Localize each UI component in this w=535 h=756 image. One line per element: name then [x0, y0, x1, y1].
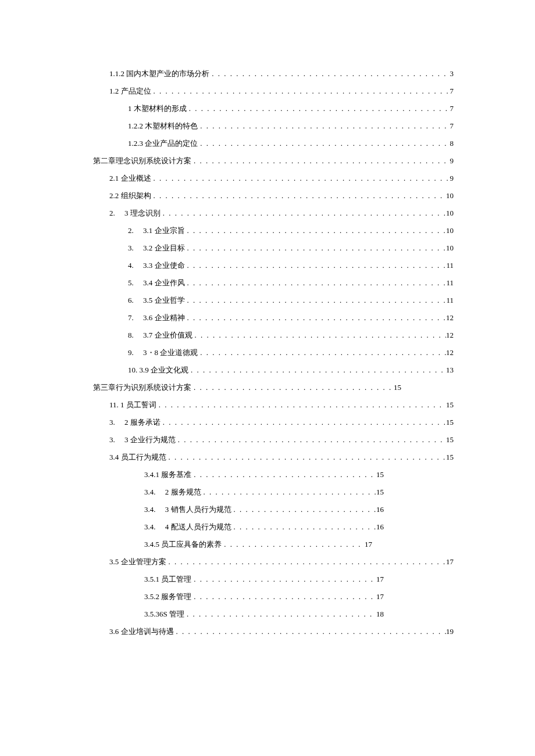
toc-label: 11. 1 员工誓词 — [109, 401, 156, 409]
toc-page-number: 15 — [446, 401, 454, 409]
toc-label: 3.6 企业培训与待遇 — [109, 628, 174, 635]
toc-label: 9. 3・8 企业道德观 — [128, 349, 198, 356]
toc-page-number: 15 — [376, 488, 384, 496]
toc-entry: 2.1 企业概述9 — [93, 174, 454, 182]
toc-leader — [198, 122, 450, 130]
toc-page-number: 7 — [450, 87, 454, 95]
toc-leader — [231, 506, 377, 513]
toc-label: 7. 3.6 企业精神 — [128, 314, 185, 321]
toc-page-number: 16 — [376, 523, 384, 531]
toc-label: 5. 3.4 企业作风 — [128, 279, 185, 286]
toc-label: 1.2 产品定位 — [109, 87, 151, 95]
toc-entry: 3.5.1 员工管理17 — [93, 575, 384, 583]
toc-leader — [185, 314, 447, 321]
toc-entry: 3.5.36S 管理18 — [93, 610, 384, 618]
toc-page-number: 17 — [376, 593, 384, 600]
toc-entry: 1 木塑材料的形成7 — [93, 105, 454, 112]
toc-entry: 3.4. 3 销售人员行为规范16 — [93, 506, 384, 513]
toc-container: 1.1.2 国内木塑产业的市场分析31.2 产品定位71 木塑材料的形成71.2… — [93, 70, 454, 645]
toc-label: 3. 3 企业行为规范 — [109, 436, 176, 443]
toc-label: 1 木塑材料的形成 — [128, 105, 187, 112]
toc-label: 1.1.2 国内木塑产业的市场分析 — [109, 70, 209, 77]
toc-leader — [166, 453, 447, 461]
toc-page-number: 13 — [446, 366, 454, 374]
toc-label: 3.4. 4 配送人员行为规范 — [144, 523, 231, 531]
toc-label: 第三章行为识别系统设计方案 — [93, 384, 191, 391]
toc-label: 8. 3.7 企业价值观 — [128, 331, 192, 339]
toc-entry: 5. 3.4 企业作风11 — [93, 279, 454, 286]
toc-entry: 3.4.5 员工应具备的素养17 — [93, 540, 372, 548]
toc-entry: 11. 1 员工誓词15 — [93, 401, 454, 409]
toc-leader — [185, 261, 447, 269]
toc-page-number: 11 — [446, 296, 454, 304]
toc-page-number: 15 — [394, 384, 401, 391]
toc-leader — [191, 593, 376, 600]
toc-page-number: 10 — [446, 244, 454, 252]
toc-label: 3.4. 2 服务规范 — [144, 488, 201, 496]
toc-label: 1.2.2 木塑材料的特色 — [128, 122, 198, 130]
toc-page-number: 17 — [446, 558, 454, 565]
toc-entry: 1.2.2 木塑材料的特色7 — [93, 122, 454, 130]
toc-leader — [185, 279, 447, 286]
toc-label: 2. 3.1 企业宗旨 — [128, 227, 185, 234]
toc-page-number: 9 — [450, 157, 454, 164]
toc-entry: 2. 3.1 企业宗旨10 — [93, 227, 454, 234]
toc-label: 4. 3.3 企业使命 — [128, 261, 185, 269]
toc-page-number: 15 — [446, 418, 454, 426]
toc-entry: 3.5 企业管理方案17 — [93, 558, 454, 565]
toc-page-number: 15 — [446, 453, 454, 461]
toc-page-number: 8 — [450, 139, 454, 147]
toc-leader — [191, 384, 394, 391]
toc-page-number: 10 — [446, 227, 454, 234]
toc-page-number: 10 — [446, 192, 454, 199]
toc-page-number: 12 — [446, 314, 454, 321]
toc-page-number: 11 — [446, 261, 454, 269]
toc-label: 6. 3.5 企业哲学 — [128, 296, 185, 304]
toc-entry: 1.1.2 国内木塑产业的市场分析3 — [93, 70, 454, 77]
toc-leader — [209, 70, 450, 77]
toc-entry: 2.2 组织架构10 — [93, 192, 454, 199]
toc-page-number: 7 — [450, 122, 454, 130]
toc-label: 3.5 企业管理方案 — [109, 558, 166, 565]
toc-entry: 7. 3.6 企业精神12 — [93, 314, 454, 321]
toc-label: 3.5.1 员工管理 — [144, 575, 191, 583]
toc-entry: 3.4 员工行为规范15 — [93, 453, 454, 461]
toc-label: 1.2.3 企业产品的定位 — [128, 139, 198, 147]
toc-leader — [185, 227, 447, 234]
toc-page-number: 19 — [446, 628, 454, 635]
toc-entry: 3.5.2 服务管理17 — [93, 593, 384, 600]
toc-entry: 3.4.1 服务基准15 — [93, 471, 384, 478]
toc-label: 3.5.36S 管理 — [144, 610, 184, 618]
toc-page-number: 16 — [376, 506, 384, 513]
toc-entry: 3.4. 4 配送人员行为规范16 — [93, 523, 384, 531]
toc-page-number: 12 — [446, 331, 454, 339]
toc-leader — [222, 540, 365, 548]
toc-label: 3.4 员工行为规范 — [109, 453, 166, 461]
toc-page-number: 15 — [446, 436, 454, 443]
toc-leader — [184, 610, 376, 618]
toc-entry: 3. 3.2 企业目标10 — [93, 244, 454, 252]
toc-page-number: 9 — [450, 174, 454, 182]
toc-entry: 2. 3 理念识别10 — [93, 209, 454, 217]
toc-entry: 第二章理念识别系统设计方案9 — [93, 157, 454, 164]
toc-page-number: 11 — [446, 279, 454, 286]
toc-leader — [166, 558, 447, 565]
toc-page-number: 10 — [446, 209, 454, 217]
toc-leader — [192, 331, 447, 339]
toc-label: 3.4.1 服务基准 — [144, 471, 191, 478]
toc-entry: 3.6 企业培训与待遇19 — [93, 628, 454, 635]
toc-leader — [231, 523, 377, 531]
toc-label: 第二章理念识别系统设计方案 — [93, 157, 191, 164]
toc-page-number: 17 — [376, 575, 384, 583]
toc-entry: 3. 3 企业行为规范15 — [93, 436, 454, 443]
toc-leader — [176, 436, 446, 443]
toc-leader — [156, 401, 446, 409]
toc-leader — [191, 157, 450, 164]
toc-entry: 10. 3.9 企业文化观13 — [93, 366, 454, 374]
toc-leader — [160, 209, 446, 217]
toc-entry: 8. 3.7 企业价值观12 — [93, 331, 454, 339]
toc-leader — [191, 575, 376, 583]
toc-entry: 3.4. 2 服务规范15 — [93, 488, 384, 496]
toc-leader — [191, 471, 376, 478]
toc-label: 2.1 企业概述 — [109, 174, 151, 182]
